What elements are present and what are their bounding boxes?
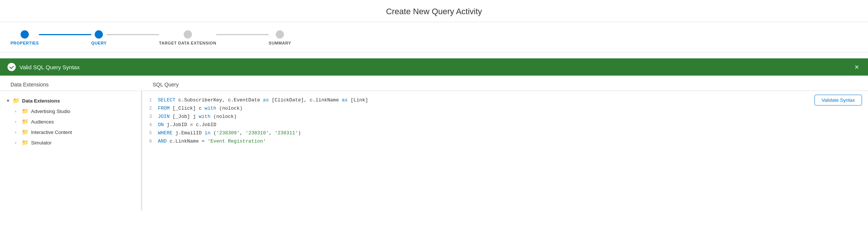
- validate-syntax-button[interactable]: Validate Syntax: [814, 95, 862, 106]
- connector-2: [107, 34, 159, 35]
- sql-editor[interactable]: 1 SELECT c.SubscriberKey, c.EventDate as…: [142, 91, 868, 151]
- column-labels: Data Extensions SQL Query: [0, 76, 868, 91]
- chevron-right-icon-simulator: ›: [15, 140, 19, 145]
- step-circle-properties: [21, 30, 29, 39]
- step-summary[interactable]: SUMMARY: [269, 30, 291, 45]
- tree-label-simulator: Simulator: [31, 140, 52, 146]
- page-title-bar: Create New Query Activity: [0, 0, 868, 22]
- folder-icon-interactive: 📁: [22, 129, 29, 135]
- tree-node-audiences[interactable]: › 📁 Audiences: [0, 116, 141, 127]
- valid-sql-banner: Valid SQL Query Syntax ×: [0, 58, 868, 76]
- folder-icon: 📁: [13, 97, 20, 104]
- line-num-1: 1: [142, 97, 158, 104]
- main-content: Data Extensions SQL Query ▼ 📁 Data Exten…: [0, 76, 868, 210]
- sql-line-5: 5 WHERE j.EmailID in ('238309', '238310'…: [142, 129, 868, 137]
- step-properties[interactable]: PROPERTIES: [10, 30, 39, 45]
- sql-line-2: 2 FROM [_Click] c with (nolock): [142, 104, 868, 113]
- chevron-right-icon-interactive: ›: [15, 130, 19, 134]
- folder-icon-simulator: 📁: [22, 139, 29, 146]
- step-label-query: QUERY: [91, 41, 107, 45]
- right-panel-label: SQL Query: [153, 82, 858, 88]
- chevron-right-icon: ›: [15, 109, 19, 113]
- line-code-3: JOIN [_Job] j with (nolock): [158, 113, 237, 121]
- sql-line-3: 3 JOIN [_Job] j with (nolock): [142, 113, 868, 121]
- line-num-3: 3: [142, 113, 158, 120]
- left-panel-label: Data Extensions: [10, 82, 153, 88]
- tree-label-advertising-studio: Advertising Studio: [31, 109, 70, 114]
- step-circle-query: [95, 30, 103, 39]
- tree-node-root[interactable]: ▼ 📁 Data Extensions: [0, 95, 141, 106]
- tree-node-simulator[interactable]: › 📁 Simulator: [0, 137, 141, 148]
- check-icon: [7, 63, 16, 71]
- line-num-2: 2: [142, 105, 158, 112]
- connector-1: [39, 34, 91, 35]
- folder-icon-audiences: 📁: [22, 118, 29, 125]
- banner-close-button[interactable]: ×: [853, 63, 861, 71]
- sql-line-4: 4 ON j.JobID = c.JobID: [142, 121, 868, 129]
- line-num-6: 6: [142, 138, 158, 145]
- stepper: PROPERTIES QUERY TARGET DATA EXTENSION S…: [0, 22, 868, 52]
- sql-query-panel[interactable]: Validate Syntax 1 SELECT c.SubscriberKey…: [142, 91, 868, 210]
- line-code-6: AND c.LinkName = 'Event Registration': [158, 137, 266, 146]
- folder-icon-advertising: 📁: [22, 108, 29, 115]
- validate-btn-area: Validate Syntax: [814, 95, 862, 106]
- line-code-4: ON j.JobID = c.JobID: [158, 121, 216, 129]
- data-extensions-panel[interactable]: ▼ 📁 Data Extensions › 📁 Advertising Stud…: [0, 91, 142, 210]
- banner-message-area: Valid SQL Query Syntax: [7, 63, 80, 71]
- tree-node-interactive-content[interactable]: › 📁 Interactive Content: [0, 127, 141, 137]
- step-target-data-extension[interactable]: TARGET DATA EXTENSION: [159, 30, 216, 45]
- sql-line-1: 1 SELECT c.SubscriberKey, c.EventDate as…: [142, 96, 868, 104]
- step-circle-summary: [276, 30, 284, 39]
- page-title: Create New Query Activity: [0, 7, 868, 16]
- step-query[interactable]: QUERY: [91, 30, 107, 45]
- tree-label-interactive-content: Interactive Content: [31, 129, 72, 135]
- chevron-down-icon: ▼: [6, 98, 10, 103]
- tree-node-advertising-studio[interactable]: › 📁 Advertising Studio: [0, 106, 141, 116]
- step-label-summary: SUMMARY: [269, 41, 291, 45]
- two-col-layout: ▼ 📁 Data Extensions › 📁 Advertising Stud…: [0, 91, 868, 210]
- step-label-target: TARGET DATA EXTENSION: [159, 41, 216, 45]
- line-code-2: FROM [_Click] c with (nolock): [158, 104, 242, 113]
- line-code-5: WHERE j.EmailID in ('238309', '238310', …: [158, 129, 301, 137]
- line-num-4: 4: [142, 121, 158, 129]
- banner-text: Valid SQL Query Syntax: [19, 64, 80, 70]
- chevron-right-icon-audiences: ›: [15, 119, 19, 124]
- step-circle-target: [184, 30, 192, 39]
- tree-label-audiences: Audiences: [31, 119, 54, 125]
- step-label-properties: PROPERTIES: [10, 41, 39, 45]
- line-num-5: 5: [142, 129, 158, 137]
- tree-label-root: Data Extensions: [22, 98, 60, 104]
- connector-3: [216, 34, 269, 35]
- sql-line-6: 6 AND c.LinkName = 'Event Registration': [142, 137, 868, 146]
- line-code-1: SELECT c.SubscriberKey, c.EventDate as […: [158, 96, 368, 104]
